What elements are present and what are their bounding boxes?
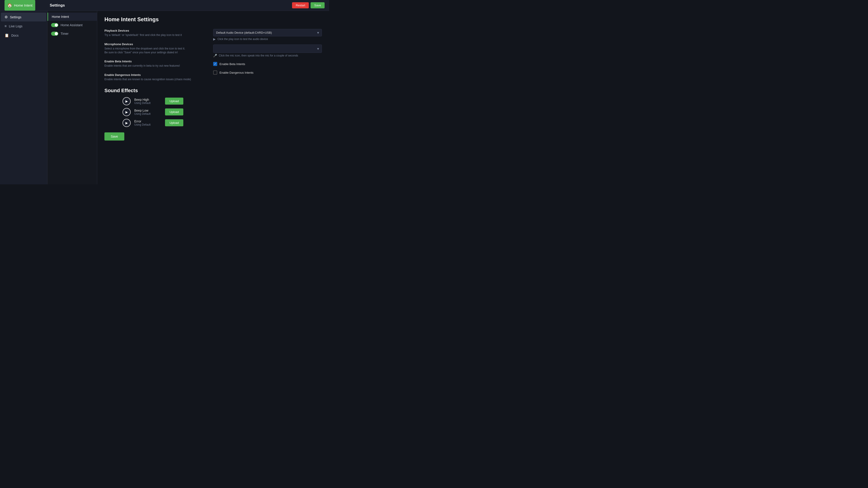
microphone-devices-label: Microphone Devices <box>104 42 204 46</box>
sidebar-item-settings[interactable]: ⚙ Settings <box>1 13 46 22</box>
settings-right: Default Audio Device (default:CARD=USB) … <box>213 29 322 74</box>
beta-intents-section: Enable Beta Intents Enable intents that … <box>104 60 204 68</box>
play-beep-low-button[interactable]: ▶ <box>123 108 131 116</box>
subnav-label-home-intent: Home Intent <box>52 15 69 19</box>
sound-sub-beep-high: Using Default <box>134 101 161 105</box>
sound-name-beep-high: Beep High <box>134 98 161 101</box>
beta-intents-label: Enable Beta Intents <box>104 60 204 63</box>
sidebar-item-docs[interactable]: 📋 Docs <box>1 31 46 40</box>
sound-info-beep-low: Beep Low Using Default <box>134 109 161 116</box>
main-layout: ⚙ Settings ≡ Live Logs 📋 Docs Home Inten… <box>0 11 329 184</box>
restart-button[interactable]: Restart <box>292 2 309 8</box>
live-logs-icon: ≡ <box>4 24 6 28</box>
toggle-home-assistant[interactable] <box>51 23 58 27</box>
subnav-item-home-intent[interactable]: Home Intent <box>48 13 97 21</box>
mic-hint-icon: 🎤 <box>213 54 217 57</box>
settings-grid: Playback Devices Try a 'default:' or 'sy… <box>104 29 322 81</box>
dangerous-intents-label: Enable Dangerous Intents <box>104 73 204 76</box>
beta-intents-checkbox[interactable] <box>213 62 217 66</box>
beta-intents-desc: Enable intents that are currently in bet… <box>104 64 204 68</box>
subnav-item-timer[interactable]: Timer <box>48 29 97 38</box>
sound-name-beep-low: Beep Low <box>134 109 161 112</box>
settings-icon: ⚙ <box>4 15 8 19</box>
sound-sub-error: Using Default <box>134 123 161 126</box>
microphone-desc-line1: Select a microphone from the dropdown an… <box>104 47 204 51</box>
playback-dropdown-wrap: Default Audio Device (default:CARD=USB) … <box>213 29 322 36</box>
subnav-label-home-assistant: Home Assistant <box>61 23 83 27</box>
microphone-dropdown-empty[interactable] <box>213 44 322 53</box>
sound-sub-beep-low: Using Default <box>134 112 161 116</box>
topbar-actions: Restart Save <box>292 2 324 8</box>
microphone-desc-line2: Be sure to click "Save" once you have yo… <box>104 51 204 55</box>
upload-error-button[interactable]: Upload <box>165 119 183 126</box>
sidebar-item-live-logs[interactable]: ≡ Live Logs <box>1 22 46 31</box>
microphone-hint-text: Click the mic icon, then speak into the … <box>219 54 298 57</box>
subnav-label-timer: Timer <box>61 32 68 35</box>
app-title: Home Intent <box>14 3 33 7</box>
play-hint-icon: ▶ <box>213 37 216 41</box>
sidebar-label-live-logs: Live Logs <box>9 24 22 28</box>
play-beep-high-button[interactable]: ▶ <box>123 97 131 105</box>
sound-row-beep-high: ▶ Beep High Using Default Upload <box>104 97 322 105</box>
app-header: 🏠 Home Intent <box>4 0 35 11</box>
upload-beep-high-button[interactable]: Upload <box>165 98 183 105</box>
playback-devices-label: Playback Devices <box>104 29 204 32</box>
dangerous-intents-checkbox-row: Enable Dangerous Intents <box>213 70 322 74</box>
sound-info-error: Error Using Default <box>134 120 161 126</box>
playback-hint-text: Click the play icon to test the audio de… <box>217 37 268 41</box>
subnav: Home Intent Home Assistant Timer <box>48 11 97 184</box>
playback-devices-desc: Try a 'default:' or 'sysdefault:' first … <box>104 33 204 37</box>
beta-intents-checkbox-row: Enable Beta Intents <box>213 62 322 66</box>
upload-beep-low-button[interactable]: Upload <box>165 108 183 116</box>
app-icon: 🏠 <box>7 3 12 8</box>
playback-dropdown-group: Default Audio Device (default:CARD=USB) … <box>213 29 322 41</box>
dangerous-intents-checkbox[interactable] <box>213 70 217 74</box>
playback-device-select[interactable]: Default Audio Device (default:CARD=USB) <box>213 29 322 36</box>
sound-row-error: ▶ Error Using Default Upload <box>104 119 322 127</box>
microphone-desc: Select a microphone from the dropdown an… <box>104 47 204 55</box>
microphone-dropdown-group: ▼ 🎤 Click the mic icon, then speak into … <box>213 44 322 57</box>
page-title: Home Intent Settings <box>104 16 322 23</box>
play-error-button[interactable]: ▶ <box>123 119 131 127</box>
microphone-devices-section: Microphone Devices Select a microphone f… <box>104 42 204 55</box>
sidebar: ⚙ Settings ≡ Live Logs 📋 Docs <box>0 11 48 184</box>
sidebar-label-docs: Docs <box>11 34 19 37</box>
page-heading: Settings <box>50 3 65 8</box>
sound-effects-title: Sound Effects <box>104 88 322 94</box>
dangerous-intents-desc: Enable intents that are known to cause r… <box>104 77 204 81</box>
subnav-item-home-assistant[interactable]: Home Assistant <box>48 21 97 29</box>
microphone-hint: 🎤 Click the mic icon, then speak into th… <box>213 54 322 57</box>
playback-hint: ▶ Click the play icon to test the audio … <box>213 37 322 41</box>
docs-icon: 📋 <box>4 33 9 37</box>
topbar: 🏠 Home Intent Settings Restart Save <box>0 0 329 11</box>
dangerous-intents-checkbox-label: Enable Dangerous Intents <box>219 71 253 74</box>
toggle-timer[interactable] <box>51 32 58 36</box>
playback-devices-section: Playback Devices Try a 'default:' or 'sy… <box>104 29 204 37</box>
sound-effects-section: ▶ Beep High Using Default Upload ▶ Beep … <box>104 97 322 127</box>
save-top-button[interactable]: Save <box>311 2 324 8</box>
beta-intents-checkbox-label: Enable Beta Intents <box>219 62 245 66</box>
sound-row-beep-low: ▶ Beep Low Using Default Upload <box>104 108 322 116</box>
save-bottom-button[interactable]: Save <box>104 132 124 140</box>
sound-name-error: Error <box>134 120 161 123</box>
sound-info-beep-high: Beep High Using Default <box>134 98 161 105</box>
content-area: Home Intent Settings Playback Devices Tr… <box>97 11 329 184</box>
microphone-dropdown-wrap: ▼ <box>213 44 322 53</box>
dangerous-intents-section: Enable Dangerous Intents Enable intents … <box>104 73 204 81</box>
sidebar-label-settings: Settings <box>10 15 22 19</box>
settings-left: Playback Devices Try a 'default:' or 'sy… <box>104 29 213 81</box>
